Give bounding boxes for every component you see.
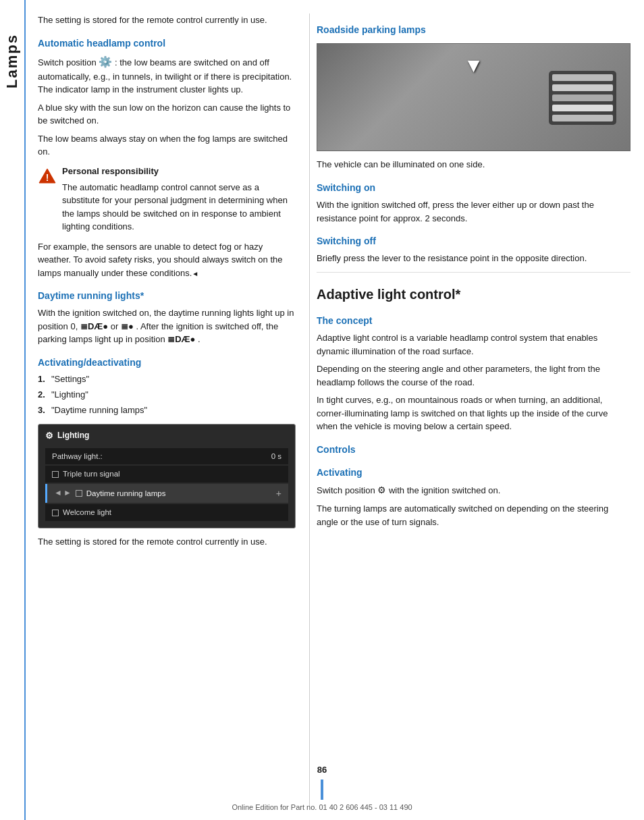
- activating-subsection: Activating Switch position ⚙ with the ig…: [317, 466, 630, 528]
- auto-headlamp-extra: For example, the sensors are unable to d…: [38, 240, 296, 280]
- intro-text: The setting is stored for the remote con…: [38, 13, 296, 27]
- car-controls-panel: [549, 71, 616, 125]
- checkbox-daytime: [76, 490, 82, 497]
- daytime-running-section: Daytime running lights* With the ignitio…: [38, 289, 296, 548]
- activating-heading: Activating: [317, 466, 630, 479]
- steps-list: 1. "Settings" 2. "Lighting" 3. "Daytime …: [38, 373, 296, 417]
- list-item: 2. "Lighting": [38, 389, 296, 402]
- ui-row-value: 0 s: [271, 451, 281, 462]
- left-column: The setting is stored for the remote con…: [26, 13, 309, 807]
- plus-button[interactable]: +: [276, 487, 281, 500]
- switching-off-section: Switching off Briefly press the lever to…: [317, 234, 630, 265]
- switching-on-text: With the ignition switched off, press th…: [317, 198, 630, 225]
- adaptive-light-section: Adaptive light control* The concept Adap…: [317, 285, 630, 528]
- switching-on-heading: Switching on: [317, 181, 630, 194]
- ui-row-label: Pathway light.:: [52, 451, 103, 462]
- auto-headlamp-para2: A blue sky with the sun low on the horiz…: [38, 101, 296, 128]
- page-footer: 86 Online Edition for Part no. 01 40 2 6…: [0, 764, 644, 820]
- ui-row-welcome-light: Welcome light: [45, 504, 288, 521]
- svg-text:!: !: [46, 172, 49, 183]
- nav-right-arrow: ►: [63, 487, 72, 499]
- activating-para1: Switch position ⚙ with the ignition swit…: [317, 483, 630, 497]
- concept-para2: Depending on the steering angle and othe…: [317, 362, 630, 389]
- automatic-headlamp-section: Automatic headlamp control Switch positi…: [38, 36, 296, 280]
- sidebar-label: Lamps: [1, 34, 23, 88]
- activating-deactivating-heading: Activating/deactivating: [38, 356, 296, 369]
- concept-para1: Adaptive light control is a variable hea…: [317, 331, 630, 358]
- checkbox-welcome: [52, 510, 59, 516]
- page-number: 86: [317, 764, 327, 777]
- ui-row-label: Welcome light: [63, 507, 111, 518]
- switching-on-section: Switching on With the ignition switched …: [317, 181, 630, 225]
- automatic-headlamp-heading: Automatic headlamp control: [38, 36, 296, 50]
- auto-headlamp-para3: The low beams always stay on when the fo…: [38, 132, 296, 159]
- switching-off-heading: Switching off: [317, 234, 630, 248]
- car-caption: The vehicle can be illuminated on one si…: [317, 158, 630, 171]
- nav-left-arrow: ◄: [54, 487, 62, 499]
- car-image: ▼: [317, 43, 630, 151]
- warning-content: Personal responsibility The automatic he…: [62, 165, 296, 234]
- list-item: 1. "Settings": [38, 373, 296, 386]
- footer-line: [321, 780, 323, 800]
- concept-para3: In tight curves, e.g., on mountainous ro…: [317, 393, 630, 433]
- car-arrow-down: ▼: [464, 51, 484, 80]
- warning-title: Personal responsibility: [62, 165, 296, 178]
- the-concept-subsection: The concept Adaptive light control is a …: [317, 314, 630, 433]
- list-item: 3. "Daytime running lamps": [38, 404, 296, 417]
- section-divider: [317, 272, 630, 273]
- ui-row-pathway: Pathway light.: 0 s: [45, 448, 288, 465]
- sidebar: Lamps: [0, 0, 26, 820]
- ui-mockup: ⚙ Lighting Pathway light.: 0 s Triple tu…: [38, 424, 296, 528]
- footer-text: Online Edition for Part no. 01 40 2 606 …: [232, 802, 412, 813]
- daytime-footer-text: The setting is stored for the remote con…: [38, 535, 296, 549]
- checkbox-triple-turn: [52, 471, 59, 478]
- auto-headlamp-para1: Switch position ⚙️ : the low beams are s…: [38, 54, 296, 97]
- controls-heading: Controls: [317, 443, 630, 456]
- warning-text1: The automatic headlamp control cannot se…: [62, 181, 296, 234]
- controls-subsection: Controls: [317, 443, 630, 456]
- roadside-parking-section: Roadside parking lamps ▼: [317, 23, 630, 171]
- ui-mockup-title: ⚙ Lighting: [45, 430, 288, 443]
- daytime-running-heading: Daytime running lights*: [38, 289, 296, 302]
- warning-box: ! Personal responsibility The automatic …: [38, 165, 296, 234]
- adaptive-light-heading: Adaptive light control*: [317, 285, 630, 304]
- roadside-parking-heading: Roadside parking lamps: [317, 23, 630, 36]
- car-interior-image: ▼: [317, 44, 630, 151]
- ui-row-label: Triple turn signal: [63, 468, 120, 480]
- ui-row-daytime-running: ◄ ► Daytime running lamps +: [45, 484, 288, 503]
- warning-icon: !: [38, 167, 57, 186]
- daytime-running-para1: With the ignition switched on, the dayti…: [38, 306, 296, 346]
- the-concept-heading: The concept: [317, 314, 630, 327]
- ui-row-triple-turn: Triple turn signal: [45, 466, 288, 483]
- switching-off-text: Briefly press the lever to the resistanc…: [317, 252, 630, 265]
- ui-row-label: Daytime running lamps: [86, 488, 166, 499]
- right-column: Roadside parking lamps ▼: [309, 13, 644, 807]
- activating-para2: The turning lamps are automatically swit…: [317, 502, 630, 528]
